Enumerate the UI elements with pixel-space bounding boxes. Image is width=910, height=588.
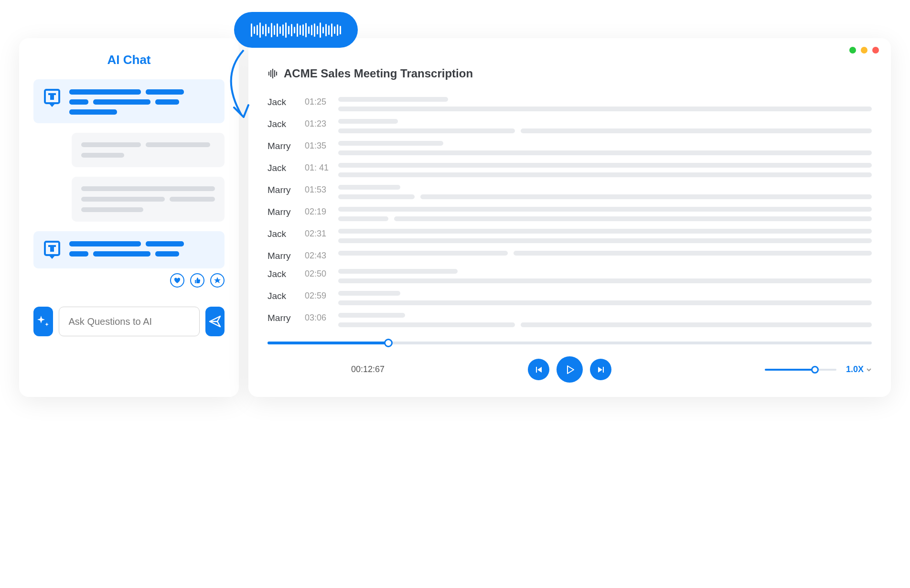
svg-rect-9 <box>272 69 273 78</box>
arrow-icon <box>220 48 263 122</box>
timestamp: 01:53 <box>305 185 338 195</box>
svg-rect-10 <box>274 70 275 77</box>
sparkle-icon <box>35 314 51 329</box>
star-icon <box>214 277 221 284</box>
progress-handle[interactable] <box>384 339 393 347</box>
ai-chat-panel: AI Chat <box>19 38 239 397</box>
timestamp: 02:31 <box>305 229 338 239</box>
window-dot-yellow[interactable] <box>861 47 867 53</box>
table-row: Jack 01:23 <box>268 119 872 133</box>
speaker-name: Marry <box>268 313 305 323</box>
speaker-name: Jack <box>268 229 305 239</box>
timestamp: 01: 41 <box>305 163 338 173</box>
speaker-name: Jack <box>268 291 305 301</box>
ai-message <box>33 231 225 268</box>
audio-progress-bar[interactable] <box>268 342 872 344</box>
speaker-name: Jack <box>268 269 305 279</box>
volume-handle[interactable] <box>811 366 819 374</box>
heart-icon <box>173 277 181 284</box>
transcription-rows: Jack 01:25 Jack 01:23 Marry 01:35 <box>268 97 872 327</box>
transcription-icon <box>268 68 278 79</box>
table-row: Jack 01:25 <box>268 97 872 111</box>
play-button[interactable] <box>557 356 583 383</box>
timestamp: 02:59 <box>305 291 338 301</box>
speaker-name: Marry <box>268 141 305 151</box>
window-controls <box>849 47 879 53</box>
timestamp: 02:19 <box>305 207 338 217</box>
table-row: Marry 01:35 <box>268 141 872 155</box>
window-dot-green[interactable] <box>849 47 856 53</box>
timestamp: 01:23 <box>305 119 338 129</box>
timestamp: 02:43 <box>305 251 338 261</box>
svg-rect-2 <box>50 93 54 100</box>
speaker-name: Marry <box>268 185 305 195</box>
chevron-down-icon <box>866 367 872 373</box>
skip-back-icon <box>534 365 544 374</box>
svg-rect-13 <box>603 367 604 373</box>
audio-waveform-pill <box>234 12 358 48</box>
table-row: Jack 02:31 <box>268 229 872 243</box>
table-row: Jack 02:50 <box>268 269 872 283</box>
ai-message <box>33 79 225 123</box>
thumbs-up-icon <box>194 277 201 284</box>
user-message <box>72 133 225 167</box>
timestamp: 01:25 <box>305 97 338 107</box>
speaker-name: Jack <box>268 163 305 173</box>
heart-button[interactable] <box>170 273 184 288</box>
thumbs-up-button[interactable] <box>190 273 204 288</box>
waveform-icon <box>251 21 341 38</box>
skip-forward-icon <box>596 365 606 374</box>
window-dot-red[interactable] <box>872 47 879 53</box>
send-button[interactable] <box>205 307 225 336</box>
speaker-name: Marry <box>268 251 305 261</box>
svg-rect-7 <box>268 72 269 75</box>
previous-button[interactable] <box>528 359 549 380</box>
chat-input[interactable] <box>59 307 200 336</box>
transcription-panel: ACME Sales Meeting Transcription Jack 01… <box>248 38 891 397</box>
star-button[interactable] <box>210 273 225 288</box>
table-row: Marry 03:06 <box>268 313 872 327</box>
volume-slider[interactable] <box>765 369 836 371</box>
table-row: Marry 01:53 <box>268 185 872 199</box>
ai-avatar-icon <box>42 240 62 260</box>
transcription-title: ACME Sales Meeting Transcription <box>284 67 473 80</box>
svg-rect-11 <box>276 72 277 75</box>
svg-rect-5 <box>50 245 54 252</box>
svg-rect-12 <box>536 367 537 373</box>
ai-avatar-icon <box>42 88 62 108</box>
timestamp: 01:35 <box>305 141 338 151</box>
user-message <box>72 177 225 222</box>
svg-rect-8 <box>270 70 271 77</box>
speaker-name: Marry <box>268 207 305 217</box>
send-icon <box>208 314 222 329</box>
timestamp: 02:50 <box>305 269 338 279</box>
speaker-name: Jack <box>268 119 305 129</box>
speaker-name: Jack <box>268 97 305 107</box>
timestamp: 03:06 <box>305 313 338 323</box>
table-row: Marry 02:43 <box>268 251 872 261</box>
sparkle-button[interactable] <box>33 307 53 336</box>
time-display: 00:12:67 <box>351 364 385 374</box>
speed-selector[interactable]: 1.0X <box>846 364 872 374</box>
chat-title: AI Chat <box>33 53 225 67</box>
table-row: Jack 02:59 <box>268 291 872 305</box>
table-row: Marry 02:19 <box>268 207 872 221</box>
play-icon <box>565 364 575 375</box>
table-row: Jack 01: 41 <box>268 163 872 177</box>
next-button[interactable] <box>590 359 611 380</box>
